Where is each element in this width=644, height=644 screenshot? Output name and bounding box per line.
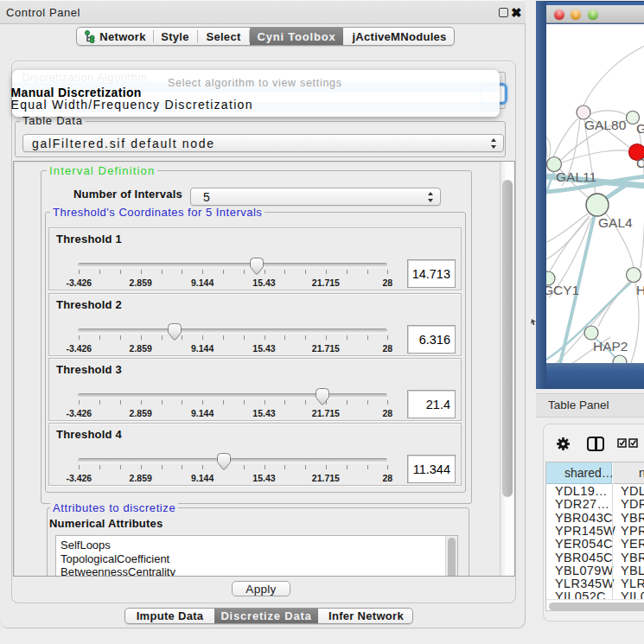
svg-text:GAL11: GAL11 bbox=[556, 169, 596, 184]
svg-text:GCY1: GCY1 bbox=[546, 283, 579, 297]
svg-text:GA: GA bbox=[636, 121, 644, 136]
svg-text:CR: CR bbox=[636, 156, 644, 170]
svg-text:HAP2: HAP2 bbox=[593, 339, 628, 354]
svg-text:GAL4: GAL4 bbox=[598, 215, 633, 230]
svg-text:HI: HI bbox=[636, 283, 644, 297]
svg-text:GAL80: GAL80 bbox=[584, 118, 627, 132]
